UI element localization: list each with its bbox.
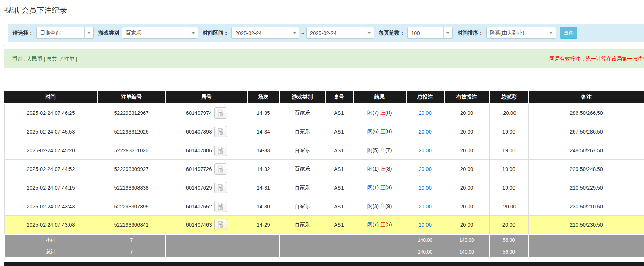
column-header: 总投注 <box>406 91 444 103</box>
summary-label-cell: 小计 <box>4 234 97 246</box>
query-type-select[interactable]: 日期查询 <box>36 27 94 39</box>
time-sort-label: 时间排序： <box>458 30 483 36</box>
table-row[interactable]: 2025-02-24 07:44:52 522293309927 6014077… <box>4 159 644 178</box>
summary-valid-bet-cell: 140.00 <box>444 246 489 258</box>
game-type-label: 游戏类别 <box>98 30 119 36</box>
video-file-icon <box>217 128 224 135</box>
total-bet-cell: 20.00 <box>406 215 444 234</box>
column-header: 结果 <box>353 91 406 103</box>
bet-number-cell: 522293306841 <box>97 215 166 234</box>
game-type-cell: 百家乐 <box>280 178 325 197</box>
time-sort-select[interactable]: 降冪(由大到小) <box>486 27 556 39</box>
time-cell: 2025-02-24 07:43:08 <box>4 215 97 234</box>
remark-cell: 210.50/230.50 <box>528 215 644 234</box>
remark-cell: 230.50/210.50 <box>528 197 644 215</box>
video-replay-button[interactable] <box>214 145 227 156</box>
video-replay-button[interactable] <box>214 201 227 212</box>
table-row[interactable]: 2025-02-24 07:45:53 522293312026 6014078… <box>4 122 644 141</box>
video-file-icon <box>217 165 224 173</box>
banker-label: 庄 <box>380 110 385 116</box>
player-label: 闲 <box>367 147 373 153</box>
time-cell: 2025-02-24 07:43:43 <box>4 197 97 215</box>
table-row[interactable]: 2025-02-24 07:44:15 522293308838 6014076… <box>4 178 644 197</box>
valid-bet-cell: 20.00 <box>444 197 489 215</box>
total-bet-link[interactable]: 20.00 <box>419 129 432 135</box>
table-row[interactable]: 2025-02-24 07:43:08 522293306841 6014074… <box>4 215 644 234</box>
player-score: (1) <box>373 184 379 190</box>
summary-row: 总计 7 140.00 140.00 56.00 <box>4 246 644 258</box>
banker-score: (8) <box>385 128 392 134</box>
time-sort-value: 降冪(由大到小) <box>487 27 547 38</box>
search-button[interactable]: 查询 <box>560 27 577 39</box>
total-bet-link[interactable]: 20.00 <box>419 110 432 116</box>
table-row[interactable]: 2025-02-24 07:43:43 522293307895 6014075… <box>4 197 644 215</box>
time-cell: 2025-02-24 07:46:25 <box>4 103 97 122</box>
game-type-cell: 百家乐 <box>280 197 325 215</box>
banker-label: 庄 <box>380 221 385 227</box>
bet-number-cell: 522293311026 <box>97 141 166 159</box>
session-cell: 14-30 <box>247 197 280 215</box>
bet-number-cell: 522293312026 <box>97 122 166 141</box>
summary-payout-cell: 56.00 <box>489 234 528 246</box>
banker-score: (9) <box>385 203 392 209</box>
table-row[interactable]: 2025-02-24 07:45:20 522293311026 6014078… <box>4 141 644 159</box>
chevron-down-icon[interactable] <box>189 27 198 38</box>
round-number: 601407898 <box>186 129 212 135</box>
video-replay-button[interactable] <box>214 219 227 230</box>
column-header: 时间 <box>4 91 97 103</box>
per-page-value: 100 <box>408 27 443 38</box>
game-type-cell: 百家乐 <box>280 141 325 159</box>
summary-total-bet-cell: 140.00 <box>406 246 444 258</box>
chevron-down-icon[interactable] <box>547 27 556 38</box>
query-type-value: 日期查询 <box>37 27 84 38</box>
total-bet-link[interactable]: 20.00 <box>419 203 432 209</box>
video-replay-button[interactable] <box>214 163 227 175</box>
total-bet-link[interactable]: 20.00 <box>419 147 432 153</box>
total-bet-link[interactable]: 20.00 <box>419 166 432 172</box>
game-type-cell: 百家乐 <box>280 215 325 234</box>
session-cell: 14-33 <box>247 141 280 159</box>
per-page-label: 每页笔数： <box>379 30 405 36</box>
column-header: 游戏类别 <box>280 91 325 103</box>
banker-label: 庄 <box>380 166 385 172</box>
table-number-cell: AS1 <box>325 178 353 197</box>
column-header: 桌号 <box>325 91 353 103</box>
total-bet-link[interactable]: 20.00 <box>419 185 432 191</box>
time-cell: 2025-02-24 07:44:52 <box>4 159 97 178</box>
game-type-cell: 百家乐 <box>280 159 325 178</box>
round-number-cell: 601407552 <box>166 197 247 215</box>
game-type-select[interactable]: 百家乐 <box>122 27 198 39</box>
chevron-down-icon[interactable] <box>290 27 299 38</box>
result-cell: 闲(7) 庄(0) <box>353 103 406 122</box>
round-number-cell: 601407463 <box>166 215 247 234</box>
player-label: 闲 <box>367 166 373 172</box>
table-number-cell: AS1 <box>325 103 353 122</box>
date-from-value: 2025-02-24 <box>232 27 290 38</box>
video-replay-button[interactable] <box>214 107 227 119</box>
round-number: 601407806 <box>186 147 212 153</box>
video-file-icon <box>217 147 224 154</box>
result-cell: 闲(5) 庄(7) <box>353 141 406 159</box>
chevron-down-icon[interactable] <box>84 27 93 38</box>
video-replay-button[interactable] <box>214 126 227 137</box>
table-header-row: 时间注单编号局号场次游戏类别桌号结果总投注有效投注总派彩备注 <box>4 91 644 103</box>
chevron-down-icon[interactable] <box>443 27 452 38</box>
banker-score: (5) <box>385 221 392 227</box>
table-row[interactable]: 2025-02-24 07:46:25 522293312967 6014079… <box>4 103 644 122</box>
chevron-down-icon[interactable] <box>365 27 374 38</box>
per-page-select[interactable]: 100 <box>407 27 453 39</box>
player-score: (7) <box>373 110 379 116</box>
player-label: 闲 <box>367 110 373 116</box>
query-type-label: 请选择： <box>13 30 33 36</box>
round-number: 601407552 <box>186 203 212 209</box>
round-number-cell: 601407898 <box>166 122 247 141</box>
summary-count-cell: 7 <box>97 234 166 246</box>
video-replay-button[interactable] <box>214 182 227 193</box>
player-label: 闲 <box>367 221 373 227</box>
result-cell: 闲(1) 庄(8) <box>353 159 406 178</box>
payout-cell: 20.00 <box>489 215 528 234</box>
total-bet-link[interactable]: 20.00 <box>419 222 432 228</box>
date-from-select[interactable]: 2025-02-24 <box>231 27 299 39</box>
date-to-select[interactable]: 2025-02-24 <box>306 27 374 39</box>
summary-bar: 币别 : 人民币 | 总共 :7 注单 | 同局有效投注，统一计算在该局第一张注… <box>4 49 644 68</box>
